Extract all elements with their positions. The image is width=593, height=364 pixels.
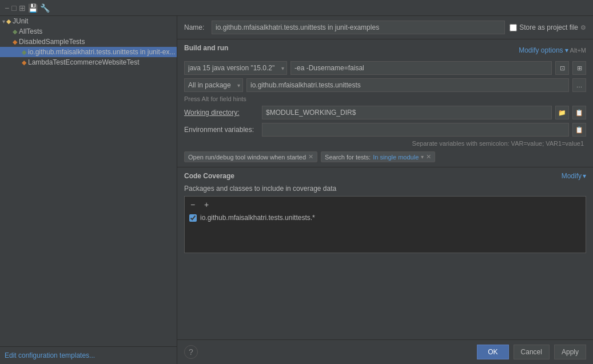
orange-icon-disabled: ◆: [13, 38, 17, 46]
coverage-modify-label: Modify: [562, 172, 582, 180]
name-input[interactable]: [212, 21, 505, 34]
store-label: Store as project file: [519, 23, 578, 31]
chip-open-run-close[interactable]: ✕: [308, 153, 313, 161]
modify-options-label: Modify options: [519, 46, 563, 54]
orange-icon-lambda: ◆: [22, 59, 26, 66]
java-dropdown-wrapper: java 15 java version "15.0.2": [184, 61, 287, 75]
green-icon-selected: ◆: [22, 49, 26, 56]
sidebar-item-disabled[interactable]: ◆ DisabledSampleTests: [0, 37, 177, 47]
vm-external-btn[interactable]: ⊞: [572, 61, 586, 75]
ok-button[interactable]: OK: [477, 345, 508, 359]
sidebar-item-lambda[interactable]: ◆ LambdaTestEcommerceWebsiteTest: [0, 57, 177, 67]
coverage-item-checkbox[interactable]: [189, 214, 197, 222]
save-icon[interactable]: 💾: [28, 3, 38, 13]
coverage-item-label: io.github.mfaisalkhatri.tests.unittests.…: [200, 214, 315, 222]
name-row: Name: Store as project file ⚙: [177, 16, 593, 39]
separator-hint: Separate variables with semicolon: VAR=v…: [184, 140, 586, 147]
help-button[interactable]: ?: [184, 345, 198, 359]
coverage-remove-btn[interactable]: −: [187, 199, 198, 210]
sidebar-item-label: JUnit: [13, 17, 28, 25]
expand-arrow-junit: ▾: [2, 18, 5, 25]
build-run-title: Build and run: [184, 44, 228, 52]
store-checkbox[interactable]: [510, 24, 517, 31]
chip-open-run: Open run/debug tool window when started …: [184, 151, 317, 162]
edit-templates-link[interactable]: Edit configuration templates...: [5, 351, 95, 359]
chip-search-close[interactable]: ✕: [426, 153, 431, 161]
modify-options-link[interactable]: Modify options ▾ Alt+M: [519, 46, 586, 54]
env-variables-btn[interactable]: 📋: [572, 123, 586, 137]
field-hint: Press Alt for field hints: [184, 95, 586, 102]
coverage-box: − + io.github.mfaisalkhatri.tests.unitte…: [184, 196, 586, 253]
sidebar-item-alltests[interactable]: ◆ AllTests: [0, 26, 177, 37]
test-kind-wrapper: All in package: [184, 78, 243, 92]
chips-row: Open run/debug tool window when started …: [184, 151, 586, 162]
sidebar-item-label: io.github.mfaisalkhatri.tests.unittests …: [28, 48, 175, 56]
right-panel: Name: Store as project file ⚙ Build and …: [177, 16, 593, 364]
modify-options-arrow: ▾: [565, 46, 568, 54]
packages-label: Packages and classes to include in cover…: [184, 185, 586, 193]
junit-icon: ◆: [6, 18, 11, 25]
working-dir-label: Working directory:: [184, 109, 258, 117]
test-kind-row: All in package …: [184, 78, 586, 92]
cancel-button[interactable]: Cancel: [514, 345, 550, 359]
env-variables-input[interactable]: [262, 123, 569, 137]
env-variables-row: Environment variables: 📋: [184, 123, 586, 137]
chip-search-arrow[interactable]: ▾: [421, 154, 424, 160]
maximize-icon[interactable]: □: [11, 3, 16, 13]
coverage-header: Code Coverage Modify ▾: [184, 172, 586, 180]
toolbar: − □ ⊞ 💾 🔧: [0, 0, 593, 16]
minimize-icon[interactable]: −: [5, 3, 9, 13]
coverage-modify-arrow: ▾: [583, 172, 586, 180]
modify-options-shortcut: Alt+M: [570, 47, 586, 54]
coverage-add-btn[interactable]: +: [201, 199, 212, 210]
chip-search-value[interactable]: In single module: [373, 154, 419, 161]
wrench-icon[interactable]: 🔧: [40, 3, 50, 13]
bottom-bar: ? OK Cancel Apply: [177, 339, 593, 364]
sidebar-item-junit[interactable]: ▾ ◆ JUnit: [0, 16, 177, 26]
store-checkbox-group: Store as project file ⚙: [510, 23, 586, 31]
sidebar-item-selected[interactable]: ◆ io.github.mfaisalkhatri.tests.unittest…: [0, 47, 177, 57]
coverage-toolbar: − +: [187, 199, 583, 210]
coverage-modify-btn[interactable]: Modify ▾: [562, 172, 586, 180]
code-coverage-section: Code Coverage Modify ▾ Packages and clas…: [177, 167, 593, 258]
coverage-item-row: io.github.mfaisalkhatri.tests.unittests.…: [187, 213, 583, 223]
java-vm-row: java 15 java version "15.0.2" ⊡ ⊞: [184, 61, 586, 75]
green-icon-alltests: ◆: [13, 28, 17, 35]
sidebar: ▾ ◆ JUnit ◆ AllTests ◆ DisabledSampleTes…: [0, 16, 177, 364]
sidebar-item-label: LambdaTestEcommerceWebsiteTest: [28, 58, 140, 66]
sidebar-item-label: DisabledSampleTests: [19, 38, 85, 46]
working-dir-row: Working directory: 📁 📋: [184, 106, 586, 119]
java-dropdown[interactable]: java 15 java version "15.0.2": [184, 61, 287, 75]
build-run-section: Build and run Modify options ▾ Alt+M jav…: [177, 39, 593, 167]
env-variables-label: Environment variables:: [184, 126, 258, 134]
test-kind-dropdown[interactable]: All in package: [184, 78, 243, 92]
package-more-btn[interactable]: …: [572, 78, 586, 92]
store-settings-icon[interactable]: ⚙: [580, 24, 586, 31]
tile-icon[interactable]: ⊞: [19, 3, 26, 13]
sidebar-item-label: AllTests: [19, 27, 42, 35]
working-dir-browse-btn[interactable]: 📁: [555, 106, 569, 119]
vm-options-input[interactable]: [290, 61, 552, 75]
working-dir-var-btn[interactable]: 📋: [572, 106, 586, 119]
chip-open-run-label: Open run/debug tool window when started: [188, 154, 306, 161]
coverage-title: Code Coverage: [184, 172, 562, 180]
vm-expand-btn[interactable]: ⊡: [555, 61, 569, 75]
main-layout: ▾ ◆ JUnit ◆ AllTests ◆ DisabledSampleTes…: [0, 16, 593, 364]
chip-search-tests: Search for tests: In single module ▾ ✕: [321, 151, 435, 162]
package-input[interactable]: [246, 78, 569, 92]
sidebar-bottom: Edit configuration templates...: [0, 346, 177, 364]
chip-search-label: Search for tests:: [325, 154, 371, 161]
working-dir-input[interactable]: [262, 106, 552, 119]
name-label: Name:: [184, 23, 207, 31]
apply-button[interactable]: Apply: [554, 345, 586, 359]
sidebar-scrollbar[interactable]: [0, 342, 177, 346]
